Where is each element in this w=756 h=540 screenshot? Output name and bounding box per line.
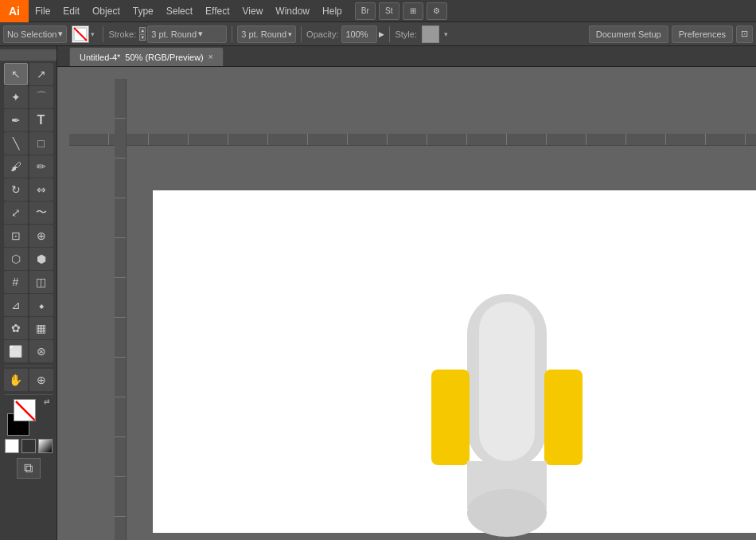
tool-row-4: ╲ □ [0,132,57,155]
menu-edit[interactable]: Edit [57,0,86,22]
opacity-more[interactable]: ▶ [379,30,384,38]
warp-tool[interactable]: 〜 [29,202,53,224]
perspective-select-tool[interactable]: ⬢ [29,248,53,270]
scale-tool[interactable]: ⤢ [4,202,28,224]
tool-row-9: ⬡ ⬢ [0,248,57,270]
pencil-tool[interactable]: ✏ [29,155,53,178]
stroke-style-dropdown[interactable]: 3 pt. Round ▾ [147,25,227,43]
tool-row-14: ✋ ⊕ [0,369,57,391]
slice-tool[interactable]: ⊛ [29,340,53,362]
options-toolbar: No Selection ▾ ▾ Stroke: ▲ ▼ 3 pt. Round… [0,22,756,46]
arrange-button[interactable]: ⊡ [736,25,753,43]
document-setup-button[interactable]: Document Setup [589,25,668,43]
symbol-sprayer-tool[interactable]: ✿ [4,317,28,339]
tool-row-8: ⊡ ⊕ [0,225,57,247]
tool-separator [5,366,53,366]
magic-wand-tool[interactable]: ✦ [4,86,28,108]
toolbar-separator-2 [232,26,232,42]
app-logo: Ai [0,0,29,22]
type-tool[interactable]: T [29,109,53,131]
toolbar-separator-1 [103,26,103,42]
extension-icon[interactable]: ⚙ [427,2,447,20]
menu-help[interactable]: Help [316,0,349,22]
rotate-tool[interactable]: ↻ [4,178,28,201]
menu-window[interactable]: Window [269,0,316,22]
tool-row-3: ✒ T [0,109,57,131]
tool-row-10: # ◫ [0,271,57,293]
menu-type[interactable]: Type [127,0,160,22]
selection-dropdown[interactable]: No Selection ▾ [3,25,67,43]
menu-bar: Ai File Edit Object Type Select Effect V… [0,0,756,22]
canvas-area [57,67,756,540]
menu-select[interactable]: Select [160,0,199,22]
tool-row-1: ↖ ↗ [0,63,57,85]
reflect-tool[interactable]: ⇔ [29,178,53,201]
bridge-icon[interactable]: Br [355,2,376,20]
tool-row-5: 🖌 ✏ [0,155,57,178]
artboards-icon[interactable]: ⧉ [17,458,41,479]
svg-rect-5 [479,302,535,461]
tab-bar: Untitled-4* 50% (RGB/Preview) × [57,46,756,67]
hand-tool[interactable]: ✋ [4,369,28,391]
line-tool[interactable]: ╲ [4,132,28,155]
column-graph-tool[interactable]: ▦ [29,317,53,339]
tab-title: Untitled-4* [80,53,120,62]
stroke-label: Stroke: [108,29,136,39]
style-label: Style: [395,29,417,39]
selection-tool[interactable]: ↖ [4,63,28,85]
shape-builder-tool[interactable]: ⊕ [29,225,53,247]
style-swatch[interactable] [422,25,439,43]
paintbrush-tool[interactable]: 🖌 [4,155,28,178]
none-color-btn[interactable] [5,439,19,453]
artwork-svg [423,286,590,540]
stock-icon[interactable]: St [379,2,399,20]
direct-selection-tool[interactable]: ↗ [29,63,53,85]
mesh-tool[interactable]: # [4,271,28,293]
perspective-grid-tool[interactable]: ⬡ [4,248,28,270]
preferences-button[interactable]: Preferences [672,25,733,43]
color-swatches: ⇄ [7,399,50,436]
eyedropper-tool[interactable]: ⊿ [4,294,28,316]
menu-items: File Edit Object Type Select Effect View… [29,0,349,22]
document-tab[interactable]: Untitled-4* 50% (RGB/Preview) × [69,47,224,66]
opacity-control: 100% ▶ [341,25,384,43]
menu-file[interactable]: File [29,0,57,22]
vertical-ruler [115,79,127,540]
black-color-btn[interactable] [21,439,36,453]
tool-row-7: ⤢ 〜 [0,202,57,224]
ruler-corner [0,49,57,61]
free-transform-tool[interactable]: ⊡ [4,225,28,247]
stroke-down[interactable]: ▼ [139,34,146,41]
blend-tool[interactable]: ⬥ [29,294,53,316]
artboard-tool[interactable]: ⬜ [4,340,28,362]
horizontal-ruler [69,134,756,146]
stroke-up[interactable]: ▲ [139,27,146,33]
workspace-icon[interactable]: ⊞ [403,2,423,20]
svg-point-9 [467,489,547,537]
menu-object[interactable]: Object [86,0,127,22]
zoom-tool[interactable]: ⊕ [29,369,53,391]
tool-row-13: ⬜ ⊛ [0,340,57,362]
toolbar-separator-3 [301,26,302,42]
svg-rect-7 [544,370,583,465]
rect-tool[interactable]: □ [29,132,53,155]
gradient-color-btn[interactable] [38,439,53,453]
fill-swatch[interactable] [72,25,89,43]
fill-color-swatch[interactable] [14,399,36,421]
lasso-tool[interactable]: ⌒ [29,86,53,108]
pen-tool[interactable]: ✒ [4,109,28,131]
svg-rect-6 [431,370,470,465]
toolbar-separator-4 [389,26,390,42]
menu-effect[interactable]: Effect [199,0,236,22]
swap-colors-icon[interactable]: ⇄ [44,397,50,405]
tool-row-12: ✿ ▦ [0,317,57,339]
stroke-weight-field: 3 pt. Round ▾ [237,25,296,43]
gradient-tool[interactable]: ◫ [29,271,53,293]
tool-row-6: ↻ ⇔ [0,178,57,201]
tab-close-button[interactable]: × [208,53,213,61]
tool-row-11: ⊿ ⬥ [0,294,57,316]
tool-row-2: ✦ ⌒ [0,86,57,108]
menu-view[interactable]: View [236,0,270,22]
stroke-controls: ▲ ▼ 3 pt. Round ▾ [139,25,227,43]
style-dropdown[interactable]: ▾ [444,30,448,38]
